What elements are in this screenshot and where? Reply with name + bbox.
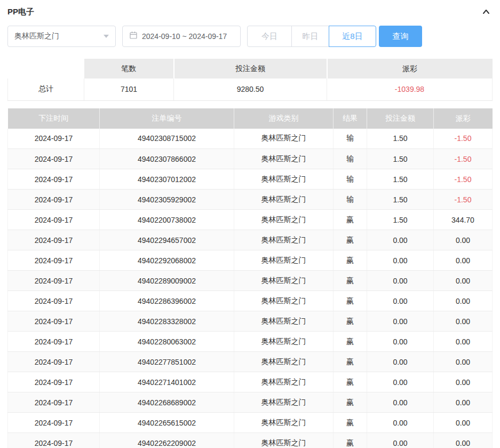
order-number-cell: 49402294657002 <box>100 230 234 250</box>
game-type-cell: 奥林匹斯之门 <box>234 250 334 271</box>
table-row: 2024-09-1749402265615002奥林匹斯之门赢0.000.00 <box>8 413 493 433</box>
result-cell: 赢 <box>334 291 367 311</box>
game-type-cell: 奥林匹斯之门 <box>234 129 334 149</box>
bet-amount-cell: 0.00 <box>367 372 434 392</box>
bet-amount-cell: 0.00 <box>367 413 434 433</box>
bet-time-cell: 2024-09-17 <box>8 311 100 332</box>
bet-time-cell: 2024-09-17 <box>8 190 100 210</box>
order-number-cell: 49402289009002 <box>100 271 234 291</box>
bet-records-table: 下注时间 注单编号 游戏类别 结果 投注金额 派彩 2024-09-174940… <box>7 108 493 448</box>
bet-time-cell: 2024-09-17 <box>8 271 100 291</box>
bet-time-cell: 2024-09-17 <box>8 352 100 372</box>
game-type-cell: 奥林匹斯之门 <box>234 271 334 291</box>
game-type-cell: 奥林匹斯之门 <box>234 149 334 169</box>
table-row: 2024-09-1749402200738002奥林匹斯之门赢1.50344.7… <box>8 210 493 230</box>
bet-amount-cell: 0.00 <box>367 352 434 372</box>
game-type-cell: 奥林匹斯之门 <box>234 210 334 230</box>
bet-amount-cell: 1.50 <box>367 190 434 210</box>
payout-cell: -1.50 <box>434 149 493 169</box>
bet-table-header: 下注时间 注单编号 游戏类别 结果 投注金额 派彩 <box>8 108 493 129</box>
chevron-up-icon[interactable] <box>480 6 492 18</box>
yesterday-button[interactable]: 昨日 <box>291 26 329 47</box>
summary-row-label: 总计 <box>8 78 84 100</box>
table-row: 2024-09-1749402286396002奥林匹斯之门赢0.000.00 <box>8 291 493 311</box>
game-type-cell: 奥林匹斯之门 <box>234 392 334 413</box>
payout-cell: 0.00 <box>434 311 493 332</box>
order-number-cell: 49402286396002 <box>100 291 234 311</box>
table-row: 2024-09-1749402305929002奥林匹斯之门输1.50-1.50 <box>8 190 493 210</box>
bet-amount-cell: 0.00 <box>367 230 434 250</box>
result-cell: 赢 <box>334 352 367 372</box>
table-row: 2024-09-1749402289009002奥林匹斯之门赢0.000.00 <box>8 271 493 291</box>
order-number-cell: 49402262209002 <box>100 433 234 448</box>
summary-count-value: 7101 <box>84 78 174 100</box>
table-row: 2024-09-1749402280063002奥林匹斯之门赢0.000.00 <box>8 332 493 352</box>
bet-amount-cell: 1.50 <box>367 169 434 190</box>
bet-amount-cell: 0.00 <box>367 392 434 413</box>
result-cell: 输 <box>334 190 367 210</box>
table-row: 2024-09-1749402271401002奥林匹斯之门赢0.000.00 <box>8 372 493 392</box>
summary-table: 笔数 投注金额 派彩 总计 7101 9280.50 -1039.98 <box>7 59 493 101</box>
panel-header: PP电子 <box>7 4 492 19</box>
result-cell: 赢 <box>334 271 367 291</box>
bet-time-cell: 2024-09-17 <box>8 149 100 169</box>
order-number-cell: 49402265615002 <box>100 413 234 433</box>
date-range-value: 2024-09-10 ~ 2024-09-17 <box>142 32 227 41</box>
bet-time-cell: 2024-09-17 <box>8 433 100 448</box>
today-button[interactable]: 今日 <box>247 26 292 47</box>
game-select[interactable]: 奥林匹斯之门 <box>7 26 116 47</box>
bet-time-cell: 2024-09-17 <box>8 291 100 311</box>
date-range-picker[interactable]: 2024-09-10 ~ 2024-09-17 <box>122 26 241 47</box>
table-row: 2024-09-1749402294657002奥林匹斯之门赢0.000.00 <box>8 230 493 250</box>
col-result: 结果 <box>334 108 367 129</box>
order-number-cell: 49402271401002 <box>100 372 234 392</box>
table-row: 2024-09-1749402268689002奥林匹斯之门赢0.000.00 <box>8 392 493 413</box>
result-cell: 赢 <box>334 230 367 250</box>
result-cell: 赢 <box>334 413 367 433</box>
summary-blank-cell <box>8 59 84 78</box>
table-row: 2024-09-1749402283328002奥林匹斯之门赢0.000.00 <box>8 311 493 332</box>
payout-cell: -1.50 <box>434 190 493 210</box>
bet-amount-cell: 1.50 <box>367 149 434 169</box>
col-payout: 派彩 <box>434 108 493 129</box>
query-button[interactable]: 查询 <box>379 26 422 47</box>
payout-cell: 0.00 <box>434 372 493 392</box>
last-8-days-button[interactable]: 近8日 <box>329 26 376 47</box>
summary-col-count: 笔数 <box>84 59 174 78</box>
order-number-cell: 49402280063002 <box>100 332 234 352</box>
panel-title: PP电子 <box>7 7 34 17</box>
bet-amount-cell: 0.00 <box>367 271 434 291</box>
game-type-cell: 奥林匹斯之门 <box>234 169 334 190</box>
bet-amount-cell: 1.50 <box>367 129 434 149</box>
bet-amount-cell: 0.00 <box>367 250 434 271</box>
chevron-down-icon <box>104 35 109 38</box>
result-cell: 赢 <box>334 332 367 352</box>
payout-cell: 0.00 <box>434 413 493 433</box>
order-number-cell: 49402283328002 <box>100 311 234 332</box>
bet-time-cell: 2024-09-17 <box>8 392 100 413</box>
bet-amount-cell: 0.00 <box>367 311 434 332</box>
summary-bet-amount-value: 9280.50 <box>174 78 327 100</box>
filter-bar: 奥林匹斯之门 2024-09-10 ~ 2024-09-17 今日 昨日 近8日… <box>7 26 492 47</box>
bet-time-cell: 2024-09-17 <box>8 250 100 271</box>
payout-cell: 344.70 <box>434 210 493 230</box>
bet-time-cell: 2024-09-17 <box>8 372 100 392</box>
table-row: 2024-09-1749402292068002奥林匹斯之门赢0.000.00 <box>8 250 493 271</box>
order-number-cell: 49402308715002 <box>100 129 234 149</box>
payout-cell: 0.00 <box>434 433 493 448</box>
game-type-cell: 奥林匹斯之门 <box>234 332 334 352</box>
col-bet-time: 下注时间 <box>8 108 100 129</box>
result-cell: 输 <box>334 149 367 169</box>
game-select-value: 奥林匹斯之门 <box>14 32 59 41</box>
bet-table-body: 2024-09-1749402308715002奥林匹斯之门输1.50-1.50… <box>8 129 493 448</box>
result-cell: 输 <box>334 169 367 190</box>
summary-total-row: 总计 7101 9280.50 -1039.98 <box>8 78 493 100</box>
order-number-cell: 49402268689002 <box>100 392 234 413</box>
result-cell: 赢 <box>334 210 367 230</box>
result-cell: 赢 <box>334 311 367 332</box>
col-game-type: 游戏类别 <box>234 108 334 129</box>
payout-cell: -1.50 <box>434 169 493 190</box>
payout-cell: -1.50 <box>434 129 493 149</box>
result-cell: 赢 <box>334 392 367 413</box>
bet-amount-cell: 0.00 <box>367 291 434 311</box>
